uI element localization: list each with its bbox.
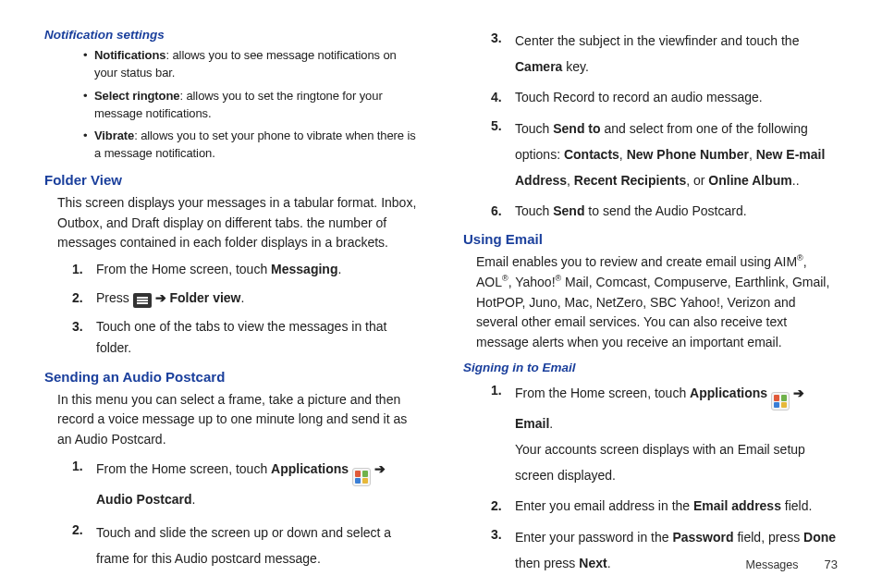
- heading-folder-view: Folder View: [44, 172, 419, 188]
- left-column: Notification settings • Notifications: a…: [44, 28, 419, 583]
- audio-postcard-steps: 1. From the Home screen, touch Applicati…: [72, 456, 419, 572]
- step-2: 2. Enter you email address in the Email …: [491, 496, 838, 517]
- audio-postcard-steps-cont: 3. Center the subject in the viewfinder …: [491, 28, 838, 222]
- step-5: 5. Touch Send to and select from one of …: [491, 116, 838, 193]
- bullet-notifications: • Notifications: allows you to see messa…: [83, 47, 419, 82]
- signing-in-steps: 1. From the Home screen, touch Applicati…: [491, 380, 838, 577]
- footer-section: Messages: [746, 558, 799, 571]
- folder-view-body: This screen displays your messages in a …: [57, 193, 419, 253]
- using-email-body: Email enables you to review and create e…: [476, 252, 838, 352]
- svg-rect-1: [137, 300, 148, 301]
- applications-icon: [352, 468, 371, 486]
- audio-postcard-body: In this menu you can select a frame, tak…: [57, 390, 419, 450]
- menu-icon: [133, 293, 152, 308]
- step-6: 6. Touch Send to send the Audio Postcard…: [491, 201, 838, 222]
- heading-notification-settings: Notification settings: [44, 28, 419, 42]
- footer-page-number: 73: [825, 557, 838, 571]
- step-1: 1. From the Home screen, touch Applicati…: [72, 456, 419, 513]
- bullet-select-ringtone: • Select ringtone: allows you to set the…: [83, 88, 419, 123]
- step-2: 2. Press ➔ Folder view.: [72, 288, 419, 309]
- notification-bullets: • Notifications: allows you to see messa…: [83, 47, 419, 163]
- step-4: 4. Touch Record to record an audio messa…: [491, 87, 838, 108]
- bullet-vibrate: • Vibrate: allows you to set your phone …: [83, 128, 419, 163]
- right-column: 3. Center the subject in the viewfinder …: [463, 28, 838, 583]
- page-footer: Messages 73: [746, 557, 838, 571]
- heading-audio-postcard: Sending an Audio Postcard: [44, 369, 419, 385]
- folder-view-steps: 1. From the Home screen, touch Messaging…: [72, 259, 419, 359]
- svg-rect-2: [137, 302, 148, 304]
- heading-signing-in: Signing in to Email: [463, 361, 838, 374]
- step-2: 2. Touch and slide the screen up or down…: [72, 520, 419, 571]
- step-3: 3. Center the subject in the viewfinder …: [491, 28, 838, 80]
- applications-icon: [771, 392, 790, 410]
- step-1: 1. From the Home screen, touch Messaging…: [72, 259, 419, 280]
- heading-using-email: Using Email: [463, 231, 838, 247]
- step-1: 1. From the Home screen, touch Applicati…: [491, 380, 838, 489]
- step-3: 3. Touch one of the tabs to view the mes…: [72, 316, 419, 359]
- svg-rect-0: [137, 297, 148, 299]
